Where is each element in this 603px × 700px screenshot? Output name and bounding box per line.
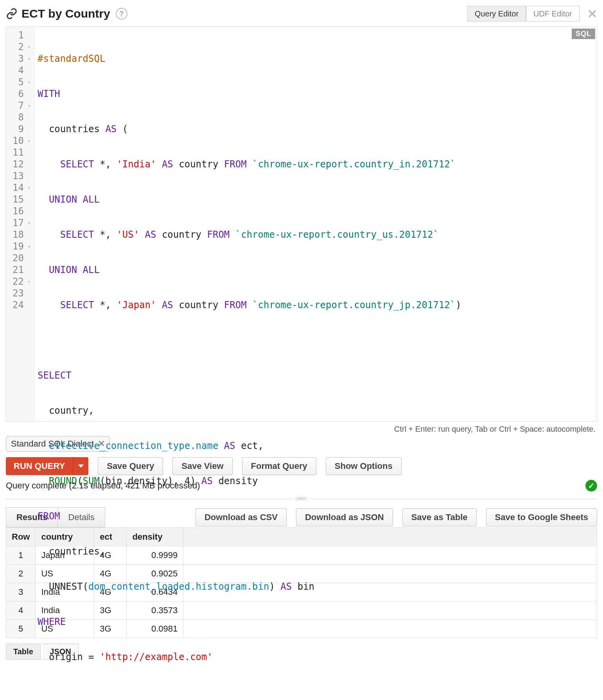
editor-code[interactable]: #standardSQL WITH countries AS ( SELECT … [34, 27, 461, 421]
help-icon[interactable]: ? [116, 8, 127, 20]
editor-gutter: 12▾3▾45▾67▾8910▾11121314▾151617▾1819▾202… [6, 27, 34, 421]
tab-query-editor[interactable]: Query Editor [467, 6, 526, 22]
close-icon[interactable]: ✕ [587, 7, 597, 21]
header: ECT by Country ? Query Editor UDF Editor… [6, 4, 597, 23]
col-row: Row [6, 528, 36, 546]
save-to-sheets-button[interactable]: Save to Google Sheets [486, 508, 597, 526]
sql-editor[interactable]: SQL 12▾3▾45▾67▾8910▾11121314▾151617▾1819… [6, 27, 597, 422]
sql-badge: SQL [572, 29, 595, 39]
drag-grip-icon[interactable] [296, 497, 307, 500]
bottom-tab-table[interactable]: Table [6, 644, 41, 660]
page-title: ECT by Country [22, 7, 110, 20]
link-icon[interactable] [6, 8, 18, 20]
success-icon: ✓ [585, 480, 597, 492]
tab-udf-editor[interactable]: UDF Editor [526, 6, 580, 22]
